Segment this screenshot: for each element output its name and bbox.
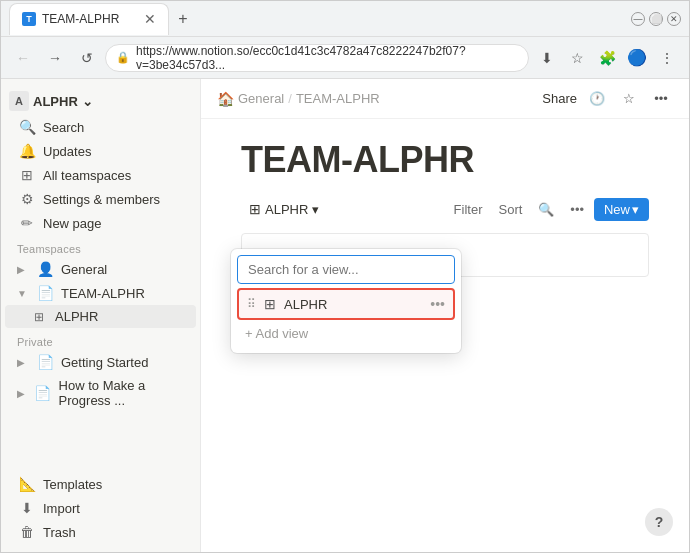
sidebar-item-team-alphr[interactable]: ▼ 📄 TEAM-ALPHR (5, 281, 196, 305)
menu-icon[interactable]: ⋮ (653, 44, 681, 72)
sidebar-item-settings[interactable]: ⚙ Settings & members (5, 187, 196, 211)
breadcrumb-home-icon: 🏠 (217, 91, 234, 107)
new-button[interactable]: New ▾ (594, 198, 649, 221)
team-alphr-icon: 📄 (35, 285, 55, 301)
sidebar-label-settings: Settings & members (43, 192, 160, 207)
add-view-button[interactable]: + Add view (237, 320, 455, 347)
general-icon: 👤 (35, 261, 55, 277)
sidebar-label-import: Import (43, 501, 80, 516)
window-controls: — ⬜ ✕ (631, 12, 681, 26)
how-to-icon: 📄 (33, 385, 53, 401)
sidebar-label-getting-started: Getting Started (61, 355, 148, 370)
templates-icon: 📐 (17, 476, 37, 492)
teamspaces-icon: ⊞ (17, 167, 37, 183)
toolbar-icons: ⬇ ☆ 🧩 🔵 ⋮ (533, 44, 681, 72)
forward-button[interactable]: → (41, 44, 69, 72)
db-view-icon: ⊞ (249, 201, 261, 217)
active-tab[interactable]: T TEAM-ALPHR ✕ (9, 3, 169, 35)
sidebar-label-all-teamspaces: All teamspaces (43, 168, 131, 183)
sidebar-label-general: General (61, 262, 107, 277)
filter-button[interactable]: Filter (448, 198, 489, 221)
download-icon[interactable]: ⬇ (533, 44, 561, 72)
address-bar[interactable]: 🔒 https://www.notion.so/ecc0c1d41c3c4782… (105, 44, 529, 72)
page-content: TEAM-ALPHR ⊞ ALPHR ▾ Filter Sort 🔍 ••• (201, 119, 689, 552)
updates-icon: 🔔 (17, 143, 37, 159)
sidebar-item-new-page[interactable]: ✏ New page (5, 211, 196, 235)
sidebar-header: A ALPHR ⌄ (1, 87, 200, 115)
sidebar-label-updates: Updates (43, 144, 91, 159)
app-layout: A ALPHR ⌄ 🔍 Search 🔔 Updates ⊞ All teams… (1, 79, 689, 552)
favorite-button[interactable]: ☆ (617, 87, 641, 111)
settings-icon: ⚙ (17, 191, 37, 207)
tab-area: T TEAM-ALPHR ✕ + (9, 3, 623, 35)
alphr-db-icon: ⊞ (29, 310, 49, 324)
tab-favicon: T (22, 12, 36, 26)
expand-icon-2: ▼ (17, 288, 29, 299)
share-button[interactable]: Share (542, 91, 577, 106)
view-dropdown: ⠿ ⊞ ALPHR ••• + Add view (231, 249, 461, 353)
sidebar: A ALPHR ⌄ 🔍 Search 🔔 Updates ⊞ All teams… (1, 79, 201, 552)
help-button[interactable]: ? (645, 508, 673, 536)
sidebar-label-search: Search (43, 120, 84, 135)
workspace-label: ALPHR (33, 94, 78, 109)
reload-button[interactable]: ↺ (73, 44, 101, 72)
sidebar-label-trash: Trash (43, 525, 76, 540)
more-options-button[interactable]: ••• (564, 198, 590, 221)
sort-button[interactable]: Sort (492, 198, 528, 221)
title-bar: T TEAM-ALPHR ✕ + — ⬜ ✕ (1, 1, 689, 37)
url-text: https://www.notion.so/ecc0c1d41c3c4782a4… (136, 44, 518, 72)
close-button[interactable]: ✕ (667, 12, 681, 26)
sidebar-label-team-alphr: TEAM-ALPHR (61, 286, 145, 301)
dropdown-view-item-alphr[interactable]: ⠿ ⊞ ALPHR ••• (237, 288, 455, 320)
sidebar-item-templates[interactable]: 📐 Templates (5, 472, 196, 496)
history-button[interactable]: 🕐 (585, 87, 609, 111)
sidebar-item-how-to[interactable]: ▶ 📄 How to Make a Progress ... (5, 374, 196, 412)
search-button[interactable]: 🔍 (532, 198, 560, 221)
add-view-label: + Add view (245, 326, 308, 341)
workspace-name[interactable]: A ALPHR ⌄ (9, 91, 93, 111)
db-view-button[interactable]: ⊞ ALPHR ▾ (241, 197, 327, 221)
teamspaces-section-label: Teamspaces (1, 235, 200, 257)
sidebar-item-import[interactable]: ⬇ Import (5, 496, 196, 520)
minimize-button[interactable]: — (631, 12, 645, 26)
new-tab-button[interactable]: + (169, 5, 197, 33)
sidebar-item-updates[interactable]: 🔔 Updates (5, 139, 196, 163)
maximize-button[interactable]: ⬜ (649, 12, 663, 26)
lock-icon: 🔒 (116, 51, 130, 64)
db-actions: Filter Sort 🔍 ••• New ▾ (448, 198, 649, 221)
main-content: 🏠 General / TEAM-ALPHR Share 🕐 ☆ ••• TEA… (201, 79, 689, 552)
star-icon[interactable]: ☆ (563, 44, 591, 72)
profile-icon[interactable]: 🔵 (623, 44, 651, 72)
sidebar-item-all-teamspaces[interactable]: ⊞ All teamspaces (5, 163, 196, 187)
new-page-icon: ✏ (17, 215, 37, 231)
view-search-input[interactable] (237, 255, 455, 284)
new-dropdown-arrow: ▾ (632, 202, 639, 217)
sidebar-item-alphr[interactable]: ⊞ ALPHR (5, 305, 196, 328)
browser-toolbar: ← → ↺ 🔒 https://www.notion.so/ecc0c1d41c… (1, 37, 689, 79)
trash-icon: 🗑 (17, 524, 37, 540)
sidebar-label-templates: Templates (43, 477, 102, 492)
expand-icon: ▶ (17, 264, 29, 275)
more-button[interactable]: ••• (649, 87, 673, 111)
view-item-icon: ⊞ (264, 296, 276, 312)
extensions-icon[interactable]: 🧩 (593, 44, 621, 72)
tab-title: TEAM-ALPHR (42, 12, 138, 26)
private-section-label: Private (1, 328, 200, 350)
back-button[interactable]: ← (9, 44, 37, 72)
workspace-chevron: ⌄ (82, 94, 93, 109)
page-title: TEAM-ALPHR (241, 139, 649, 181)
view-dropdown-overlay: ⠿ ⊞ ALPHR ••• + Add view (231, 249, 461, 353)
sidebar-item-general[interactable]: ▶ 👤 General (5, 257, 196, 281)
breadcrumb-workspace: General (238, 91, 284, 106)
sidebar-item-search[interactable]: 🔍 Search (5, 115, 196, 139)
drag-handle-icon: ⠿ (247, 297, 256, 311)
workspace-avatar: A (9, 91, 29, 111)
db-view-name: ALPHR (265, 202, 308, 217)
sidebar-item-getting-started[interactable]: ▶ 📄 Getting Started (5, 350, 196, 374)
tab-close-button[interactable]: ✕ (144, 12, 156, 26)
sidebar-label-alphr: ALPHR (55, 309, 98, 324)
search-icon: 🔍 (17, 119, 37, 135)
sidebar-item-trash[interactable]: 🗑 Trash (5, 520, 196, 544)
gs-expand-icon: ▶ (17, 357, 29, 368)
view-item-menu-icon[interactable]: ••• (430, 296, 445, 312)
